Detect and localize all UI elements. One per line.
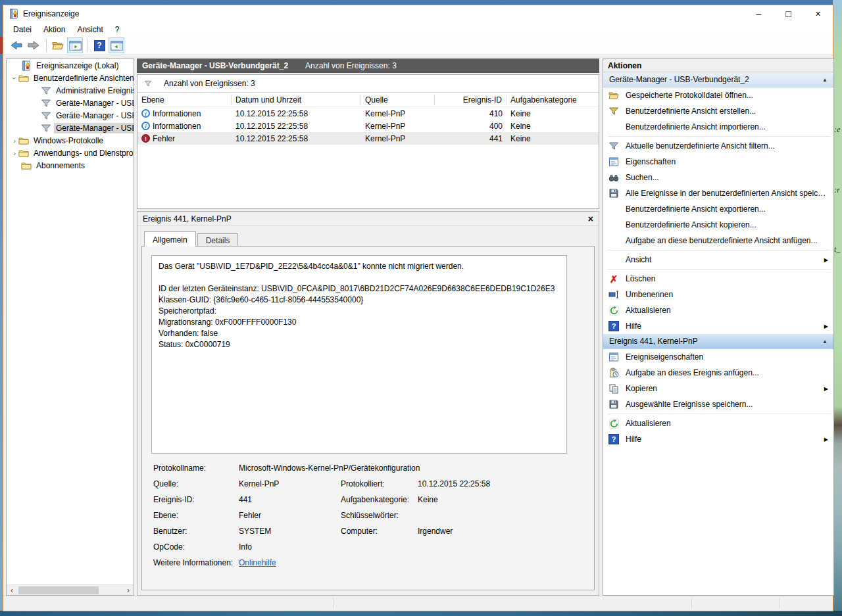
column-header-ebene[interactable]: Ebene (137, 95, 232, 105)
field-label: Protokollname: (153, 463, 206, 473)
tab-allgemein[interactable]: Allgemein (144, 231, 196, 247)
action-save-all-events[interactable]: Alle Ereignisse in der benutzerdefiniert… (603, 185, 833, 201)
help-icon: ? (608, 434, 619, 444)
action-help-event[interactable]: ? Hilfe ▶ (603, 431, 833, 447)
actions-section-ereignis-441[interactable]: Ereignis 441, Kernel-PnP ▲ (603, 334, 833, 349)
actions-section-geraete-manager[interactable]: Geräte-Manager - USB-Verbundgerät_2 ▲ (603, 72, 833, 87)
event-table-header: Ebene Datum und Uhrzeit Quelle Ereignis-… (137, 93, 599, 107)
menu-ansicht[interactable]: Ansicht (71, 24, 109, 36)
status-bar-divider (333, 598, 334, 609)
menu-datei[interactable]: Datei (7, 24, 37, 36)
action-help[interactable]: ? Hilfe ▶ (603, 318, 833, 334)
event-row-400[interactable]: iInformationen 10.12.2015 22:25:58 Kerne… (137, 120, 599, 132)
scroll-right-arrow-icon[interactable]: › (123, 585, 134, 596)
view-title: Geräte-Manager - USB-Verbundgerät_2 (142, 61, 288, 70)
field-value: Fehler (239, 511, 261, 520)
close-button[interactable]: × (803, 5, 833, 22)
action-properties[interactable]: Eigenschaften (603, 154, 833, 170)
console-tree-panel: Ereignisanzeige (Lokal) › Benutzerdefini… (6, 59, 134, 596)
action-open-saved-log[interactable]: Gespeicherte Protokolldatei öffnen... (603, 87, 833, 103)
menu-hilfe[interactable]: ? (109, 24, 126, 36)
help-icon: ? (94, 40, 105, 51)
toolbar-separator (87, 39, 88, 52)
column-header-aufgabenkategorie[interactable]: Aufgabenkategorie (507, 95, 599, 105)
status-bar (3, 596, 833, 611)
tree-item-geraete-manager-1[interactable]: Geräte-Manager - USB-Ve (7, 97, 134, 109)
filter-icon (41, 123, 51, 133)
action-refresh[interactable]: Aktualisieren (603, 302, 833, 318)
windows-logs-folder-icon (18, 135, 29, 146)
delete-x-icon: ✗ (610, 274, 618, 284)
scrollbar-thumb[interactable] (18, 586, 99, 594)
custom-views-folder-icon (18, 73, 29, 83)
action-rename[interactable]: Umbenennen (603, 287, 833, 302)
action-copy-custom-view[interactable]: Benutzerdefinierte Ansicht kopieren... (603, 217, 833, 233)
field-label: Schlüsselwörter: (341, 511, 399, 520)
action-export-custom-view[interactable]: Benutzerdefinierte Ansicht exportieren..… (603, 201, 833, 217)
tree-item-geraete-manager-3-selected[interactable]: Geräte-Manager - USB-Verbundgerät_2 (7, 122, 134, 134)
menu-aktion[interactable]: Aktion (37, 24, 71, 36)
action-copy[interactable]: Kopieren ▶ (603, 381, 833, 396)
action-save-selected-events[interactable]: Ausgewählte Ereignisse speichern... (603, 396, 833, 412)
column-header-ereignis-id[interactable]: Ereignis-ID (435, 95, 507, 105)
title-bar[interactable]: Ereignisanzeige – □ × (3, 5, 833, 22)
tree-item-abonnements[interactable]: Abonnements (7, 159, 134, 172)
action-attach-task-to-view[interactable]: Aufgabe an diese benutzerdefinierte Ansi… (603, 233, 833, 249)
console-tree-toggle-button[interactable] (67, 37, 83, 53)
collapse-arrow-icon[interactable]: ▲ (822, 339, 828, 344)
details-header: Ereignis 441, Kernel-PnP × (137, 212, 599, 226)
field-label: Protokolliert: (341, 479, 385, 488)
chevron-expanded-icon[interactable]: › (11, 74, 18, 82)
back-button[interactable] (9, 37, 24, 53)
action-refresh-event[interactable]: Aktualisieren (603, 415, 833, 431)
actions-separator (608, 136, 831, 137)
event-row-410[interactable]: iInformationen 10.12.2015 22:25:58 Kerne… (137, 107, 599, 120)
collapse-arrow-icon[interactable]: ▲ (822, 77, 828, 83)
actions-panel-title: Aktionen (603, 59, 834, 72)
field-value: SYSTEM (239, 527, 271, 536)
event-description-box[interactable]: Das Gerät "USB\VID_1E7D&PID_2E22\5&4b4cc… (151, 255, 567, 454)
chevron-collapsed-icon[interactable]: › (11, 137, 18, 145)
minimize-button[interactable]: – (744, 5, 774, 22)
submenu-arrow-icon: ▶ (824, 323, 828, 329)
tree-item-geraete-manager-2[interactable]: Geräte-Manager - USB-Ve (7, 109, 134, 122)
help-button[interactable]: ? (91, 37, 107, 53)
action-import-custom-view[interactable]: Benutzerdefinierte Ansicht importieren..… (603, 119, 833, 135)
action-view-submenu[interactable]: Ansicht ▶ (603, 252, 833, 268)
tree-root-ereignisanzeige[interactable]: Ereignisanzeige (Lokal) (7, 59, 134, 72)
action-filter-current-view[interactable]: Aktuelle benutzerdefinierte Ansicht filt… (603, 138, 833, 154)
action-pane-toggle-button[interactable] (109, 37, 124, 53)
action-create-custom-view[interactable]: Benutzerdefinierte Ansicht erstellen... (603, 103, 833, 119)
tab-details[interactable]: Details (197, 233, 239, 246)
column-header-quelle[interactable]: Quelle (361, 95, 435, 105)
chevron-collapsed-icon[interactable]: › (11, 149, 18, 157)
tree-item-windows-protokolle[interactable]: › Windows-Protokolle (7, 134, 134, 147)
online-help-link[interactable]: Onlinehilfe (239, 558, 276, 567)
maximize-button[interactable]: □ (774, 5, 803, 22)
back-arrow-icon (10, 40, 23, 51)
tree-horizontal-scrollbar[interactable]: ‹ › (7, 584, 134, 595)
field-label: Ereignis-ID: (153, 495, 195, 504)
field-label: Ebene: (153, 511, 178, 520)
tree-item-administrative-ereignisse[interactable]: Administrative Ereignisse (7, 84, 134, 97)
tree-item-anwendungs-dienstprotokolle[interactable]: › Anwendungs- und Dienstprotokolle (7, 147, 134, 159)
information-icon: i (141, 109, 150, 118)
tree-item-benutzerdefinierte-ansichten[interactable]: › Benutzerdefinierte Ansichten (7, 72, 134, 84)
action-delete[interactable]: ✗ Löschen (603, 271, 833, 287)
save-icon (608, 188, 619, 199)
details-close-icon[interactable]: × (588, 214, 593, 224)
field-value: 10.12.2015 22:25:58 (418, 479, 490, 488)
event-row-441-selected[interactable]: !Fehler 10.12.2015 22:25:58 Kernel-PnP 4… (137, 132, 599, 145)
open-saved-log-button[interactable] (50, 37, 66, 53)
action-find[interactable]: Suchen... (603, 170, 833, 185)
forward-button[interactable] (26, 37, 41, 53)
open-folder-icon (52, 39, 64, 51)
filter-icon (41, 110, 51, 121)
column-header-datum[interactable]: Datum und Uhrzeit (232, 95, 361, 105)
scroll-left-arrow-icon[interactable]: ‹ (7, 585, 17, 596)
action-event-properties[interactable]: Ereigniseigenschaften (603, 349, 833, 365)
field-label: Benutzer: (153, 527, 187, 536)
action-attach-task-to-event[interactable]: Aufgabe an dieses Ereignis anfügen... (603, 365, 833, 381)
view-header-bar: Geräte-Manager - USB-Verbundgerät_2 Anza… (137, 59, 599, 73)
rename-icon (608, 289, 619, 300)
